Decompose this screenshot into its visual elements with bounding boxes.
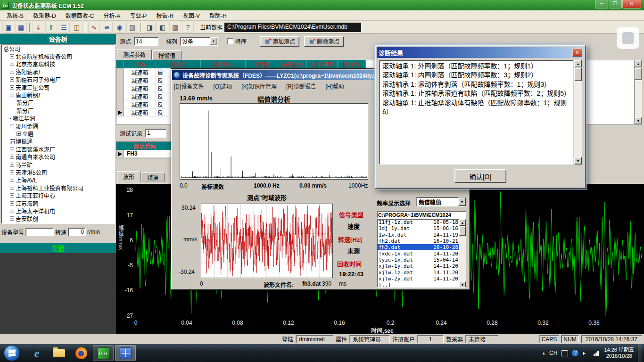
tree-item[interactable]: +天津三星公司 bbox=[1, 83, 115, 91]
scrollbar-down-button[interactable]: ▼ bbox=[459, 281, 466, 288]
ime-keyboard-icon[interactable] bbox=[561, 350, 568, 356]
chevron-down-icon[interactable]: ▼ bbox=[458, 197, 466, 206]
expand-icon[interactable]: + bbox=[10, 93, 14, 97]
add-point-button[interactable]: ▦+ 添加测点 bbox=[260, 36, 299, 47]
tree-item[interactable]: +南通自来水公司 bbox=[1, 153, 115, 160]
tree-item[interactable]: 新分厂 bbox=[1, 107, 115, 114]
scrollbar-thumb[interactable] bbox=[635, 68, 642, 80]
taskbar-explorer-icon[interactable] bbox=[49, 345, 69, 361]
tab-waveform[interactable]: 波形 bbox=[117, 171, 140, 182]
tab-alarm-values[interactable]: 报警值 bbox=[152, 50, 182, 60]
help-icon[interactable]: ? bbox=[182, 22, 194, 33]
tree-item[interactable]: +江苏海鸥 bbox=[1, 199, 115, 207]
point-count-input[interactable] bbox=[134, 37, 158, 46]
tree-item[interactable]: +上海菲亚特中心 bbox=[1, 191, 115, 199]
point-code-row[interactable]: ▶ FH3 bbox=[116, 150, 173, 158]
menu-collector[interactable]: 数采器-D bbox=[28, 10, 61, 20]
expand-icon[interactable]: + bbox=[17, 132, 21, 136]
tree-item[interactable]: +洛阳轴承厂 bbox=[1, 68, 115, 75]
tree-item[interactable]: +马兰矿 bbox=[1, 161, 115, 168]
data-upload-icon[interactable]: ⇑ bbox=[45, 22, 57, 33]
file-list-item[interactable]: [..] bbox=[377, 282, 466, 288]
tree-item[interactable]: +北京航星机械设备公司 bbox=[1, 52, 115, 60]
tree-item[interactable]: +唐山新钢厂 bbox=[1, 91, 115, 99]
page-setup-icon[interactable]: ▥ bbox=[169, 22, 181, 33]
expand-icon[interactable]: + bbox=[10, 155, 14, 159]
file-list-item[interactable]: xjlw-2y.dat14-11-20 bbox=[377, 276, 466, 282]
taskbar-fdes-icon[interactable] bbox=[115, 345, 136, 361]
confirm-button[interactable]: 确认[O] bbox=[454, 169, 506, 183]
close-button[interactable]: ✕ bbox=[622, 0, 641, 8]
expand-icon[interactable]: + bbox=[10, 62, 14, 66]
collapse-icon[interactable]: - bbox=[10, 124, 14, 128]
tree-item[interactable]: 万博振通 bbox=[1, 138, 115, 145]
spectrum-analysis-icon[interactable]: ≋ bbox=[101, 22, 113, 33]
print-icon[interactable]: ◨ bbox=[144, 22, 156, 33]
device-station-icon[interactable]: ▣ bbox=[2, 22, 14, 33]
route-icon[interactable]: ☰ bbox=[58, 22, 70, 33]
expand-icon[interactable]: + bbox=[10, 54, 14, 58]
tab-point-params[interactable]: 测点参数 bbox=[117, 49, 152, 60]
tree-item[interactable]: 新分厂 bbox=[1, 99, 115, 107]
scrollbar-up-button[interactable]: ▲ bbox=[635, 60, 642, 67]
waveform-analysis-icon[interactable]: ∿ bbox=[88, 22, 100, 33]
menu-view[interactable]: 视图-V bbox=[178, 10, 205, 20]
data-download-icon[interactable]: ⇓ bbox=[33, 22, 44, 33]
spectrum-chart[interactable] bbox=[180, 103, 368, 180]
tree-item[interactable]: -吉安联创 bbox=[1, 215, 115, 222]
file-list-item[interactable]: xjlw-1y.dat14-11-20 bbox=[377, 263, 466, 269]
taskbar-ie-icon[interactable]: e bbox=[26, 345, 47, 361]
file-list-item[interactable]: fh2.dat16-10-21 bbox=[377, 238, 466, 244]
report-icon[interactable]: ▧ bbox=[126, 22, 138, 33]
fdes-menu-knowledge[interactable]: [K]知识库管理 bbox=[241, 82, 277, 90]
tree-item[interactable]: +天津港5公司 bbox=[1, 168, 115, 176]
tree-item[interactable]: ▪曦江华润 bbox=[1, 115, 115, 122]
file-list-item[interactable]: xjlw-1z.dat14-11-20 bbox=[377, 269, 466, 275]
scrollbar-up-button[interactable]: ▲ bbox=[574, 60, 582, 67]
hidden-icons-arrow[interactable]: ▲ bbox=[542, 351, 545, 355]
tree-item[interactable]: +上海太平洋机电 bbox=[1, 207, 115, 214]
trend-icon[interactable]: ◉ bbox=[114, 22, 125, 33]
maximize-button[interactable]: ❐ bbox=[609, 0, 622, 8]
file-list-item[interactable]: lyzc-1x.dat15-04-14 bbox=[377, 257, 466, 263]
file-list-item[interactable]: 1dj-1y.dat15-06-16 bbox=[377, 225, 466, 231]
freq-display-select[interactable]: 频谱峰值 ▼ bbox=[416, 197, 466, 206]
volume-icon[interactable] bbox=[582, 350, 589, 356]
scrollbar-down-button[interactable]: ▼ bbox=[635, 117, 642, 124]
tree-item[interactable]: 总公司 bbox=[1, 45, 115, 52]
collapse-icon[interactable]: - bbox=[10, 216, 14, 221]
device-group-icon[interactable]: ▤ bbox=[15, 22, 27, 33]
file-list-item[interactable]: 1w-1x.dat14-11-19 bbox=[377, 232, 466, 238]
show-desktop-button[interactable] bbox=[638, 344, 642, 362]
tree-item[interactable]: +上海AVL bbox=[1, 176, 115, 184]
expand-icon[interactable]: + bbox=[10, 178, 14, 182]
selected-device-bar[interactable]: 立磨 bbox=[0, 243, 116, 253]
balance-meter-icon[interactable]: ◫ bbox=[71, 22, 83, 33]
file-list-item[interactable]: fh3.dat16-10-28 bbox=[377, 244, 466, 250]
action-center-icon[interactable]: ? bbox=[572, 350, 578, 356]
clock[interactable]: 14:26 星期五 2016/10/28 bbox=[604, 347, 634, 359]
taskbar-firefox-icon[interactable] bbox=[71, 345, 91, 361]
scrollbar-thumb[interactable] bbox=[459, 226, 466, 236]
expand-icon[interactable]: + bbox=[10, 170, 14, 174]
fdes-menu-help[interactable]: [H]帮助 bbox=[325, 82, 344, 90]
minimize-button[interactable]: ─ bbox=[595, 0, 608, 8]
file-list-item[interactable]: 11fj-1z.dat16-05-18 bbox=[377, 219, 466, 225]
network-icon[interactable] bbox=[593, 350, 600, 356]
file-list-item[interactable]: fxdc-1x.dat14-11-20 bbox=[377, 250, 466, 256]
dialog-title-bar[interactable]: 诊断结果 ✕ bbox=[377, 47, 584, 58]
menu-help[interactable]: 帮助-H bbox=[205, 10, 231, 20]
fdes-menu-device-file[interactable]: [D]设备文件 bbox=[174, 82, 204, 90]
menu-data-recovery[interactable]: 数据回收-C bbox=[61, 10, 99, 20]
model-input[interactable] bbox=[25, 228, 54, 236]
fdes-menu-options[interactable]: [O]选项 bbox=[213, 82, 232, 90]
expand-icon[interactable]: + bbox=[10, 163, 14, 167]
menu-system[interactable]: 系统-S bbox=[2, 10, 28, 20]
waveform-chart[interactable] bbox=[201, 204, 333, 278]
expand-icon[interactable]: + bbox=[10, 85, 14, 90]
start-button[interactable] bbox=[4, 345, 20, 361]
chevron-down-icon[interactable]: ▼ bbox=[210, 37, 217, 45]
expand-icon[interactable]: + bbox=[10, 201, 14, 206]
menu-report[interactable]: 报告-R bbox=[151, 10, 178, 20]
scrollbar-up-button[interactable]: ▲ bbox=[459, 219, 466, 226]
